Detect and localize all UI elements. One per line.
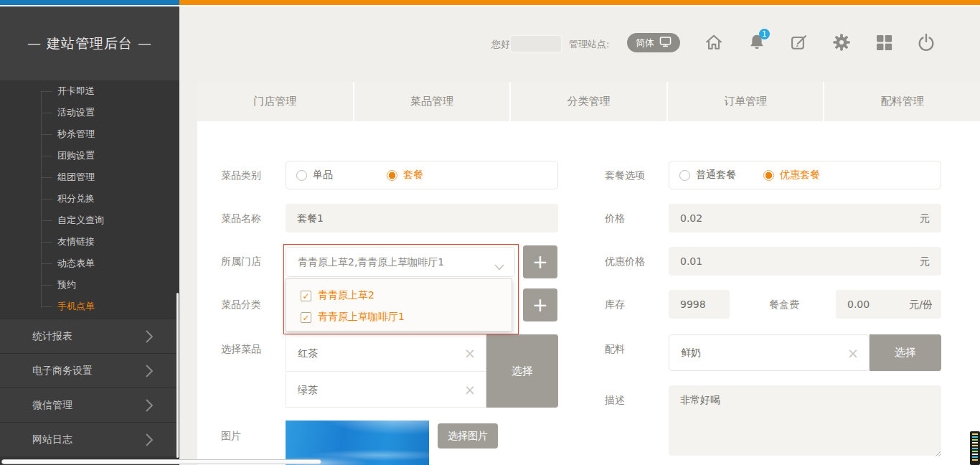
- add-classify-button[interactable]: +: [523, 288, 557, 321]
- chevron-down-icon: [494, 260, 504, 273]
- select-ingredient-button[interactable]: 选择: [870, 334, 941, 371]
- store-option-1[interactable]: ✓ 青青原上草2: [301, 285, 512, 306]
- section-label: 统计报表: [32, 330, 72, 343]
- sidebar-item-zutuanguanli[interactable]: 组团管理: [0, 166, 179, 188]
- username-redacted: [511, 36, 561, 52]
- checkbox-checked-icon[interactable]: ✓: [301, 312, 311, 323]
- sidebar: — 建站管理后台 — 开卡即送 活动设置 秒杀管理 团购设置 组团管理 积分兑换…: [0, 6, 179, 465]
- content-card: 门店管理 菜品管理 分类管理 订单管理 配料管理 菜品类别 单品 套餐 菜品名称…: [197, 82, 980, 465]
- radio-discount-meal[interactable]: 优惠套餐: [763, 169, 820, 182]
- ingredient-value: 鲜奶: [669, 335, 869, 370]
- checkbox-checked-icon[interactable]: ✓: [301, 291, 311, 301]
- sidebar-item-miaoshaguanli[interactable]: 秒杀管理: [0, 123, 179, 145]
- sidebar-item-kaikajisong[interactable]: 开卡即送: [0, 80, 179, 102]
- add-store-button[interactable]: +: [523, 245, 557, 278]
- box-fee-input[interactable]: 0.00 元/份: [836, 290, 941, 319]
- sidebar-section-weixinguanli[interactable]: 微信管理: [0, 388, 179, 422]
- sidebar-section-wangzhanrizhi[interactable]: 网站日志: [0, 422, 179, 456]
- topbar-blue: [0, 0, 179, 5]
- store-option-label: 青青原上草2: [318, 289, 374, 302]
- radio-single-item[interactable]: 单品: [296, 169, 333, 182]
- selected-dish-list: 红茶 × 绿茶 ×: [286, 334, 486, 408]
- description-textarea[interactable]: 非常好喝: [669, 385, 941, 456]
- box-fee-unit: 元/份: [909, 290, 933, 319]
- dish-category-radio-group: 单品 套餐: [286, 161, 558, 189]
- box-fee-label: 餐盒费: [769, 290, 799, 319]
- choose-image-button[interactable]: 选择图片: [438, 423, 498, 448]
- sidebar-item-zidingyichaxun[interactable]: 自定义查询: [0, 210, 179, 231]
- language-label: 简体: [636, 37, 654, 50]
- horizontal-scrollbar-thumb[interactable]: [1, 459, 321, 464]
- select-dishes-label: 选择菜品: [221, 334, 261, 363]
- tab-ingredient-management[interactable]: 配料管理: [824, 82, 980, 121]
- power-logout-icon[interactable]: [916, 32, 936, 52]
- language-switch-button[interactable]: 简体: [627, 33, 680, 52]
- ingredient-input[interactable]: 鲜奶 ×: [669, 334, 870, 371]
- tab-category-management[interactable]: 分类管理: [511, 82, 668, 121]
- dish-name-input[interactable]: 套餐1: [286, 204, 558, 232]
- meal-option-label: 套餐选项: [605, 161, 645, 189]
- tab-order-management[interactable]: 订单管理: [668, 82, 825, 121]
- section-label: 微信管理: [32, 399, 72, 412]
- sidebar-scrollbar[interactable]: [176, 293, 179, 458]
- site-label: 管理站点:: [569, 37, 609, 52]
- tab-dish-management[interactable]: 菜品管理: [354, 82, 512, 121]
- topbar-orange: [179, 0, 980, 5]
- dish-image-thumbnail: [286, 421, 429, 465]
- home-icon[interactable]: [704, 32, 724, 52]
- store-dropdown-panel: ✓ 青青原上草2 ✓ 青青原上草咖啡厅1: [286, 278, 512, 332]
- price-label: 价格: [605, 204, 625, 232]
- store-label: 所属门店: [221, 247, 261, 276]
- apps-grid-icon[interactable]: [874, 32, 894, 52]
- price-input[interactable]: 0.02 元: [669, 204, 941, 232]
- dish-category-label: 菜品类别: [221, 161, 261, 189]
- radio-icon: [679, 170, 690, 181]
- remove-ingredient-icon[interactable]: ×: [847, 347, 859, 360]
- select-dishes-button[interactable]: 选择: [486, 334, 558, 408]
- price-unit: 元: [920, 204, 930, 232]
- radio-icon: [296, 170, 307, 181]
- remove-dish-icon[interactable]: ×: [464, 383, 476, 397]
- sidebar-item-shoujidiandan-active[interactable]: 手机点单: [0, 296, 179, 317]
- price-value: 0.02: [680, 212, 702, 224]
- settings-gear-icon[interactable]: [831, 32, 852, 52]
- radio-label: 套餐: [403, 169, 423, 182]
- dish-classify-label: 菜品分类: [221, 290, 261, 319]
- sidebar-item-youqinglianjie[interactable]: 友情链接: [0, 231, 179, 253]
- section-label: 电子商务设置: [32, 365, 93, 377]
- tab-store-management[interactable]: 门店管理: [197, 82, 354, 121]
- dish-name: 绿茶: [298, 384, 318, 395]
- radio-icon: [763, 170, 774, 181]
- radio-label: 单品: [313, 169, 333, 182]
- radio-icon: [387, 170, 397, 181]
- greeting-text: 您好: [491, 37, 510, 52]
- capture-toolbar-fragment: [970, 431, 980, 465]
- stock-input[interactable]: 9998: [669, 290, 730, 319]
- sidebar-submenu: 开卡即送 活动设置 秒杀管理 团购设置 组团管理 积分兑换 自定义查询 友情链接…: [0, 80, 179, 317]
- sidebar-section-tongjibaobiao[interactable]: 统计报表: [0, 319, 179, 353]
- store-option-2[interactable]: ✓ 青青原上草咖啡厅1: [301, 306, 512, 328]
- notification-badge: 1: [759, 29, 770, 39]
- sidebar-item-tuangoushezhi[interactable]: 团购设置: [0, 145, 179, 166]
- radio-label: 优惠套餐: [780, 169, 820, 182]
- dish-name-label: 菜品名称: [221, 204, 261, 232]
- sidebar-item-yuyue[interactable]: 预约: [0, 274, 179, 296]
- chevron-right-icon: [146, 433, 154, 448]
- radio-normal-meal[interactable]: 普通套餐: [679, 169, 736, 182]
- ingredient-label: 配料: [605, 334, 625, 363]
- radio-set-meal[interactable]: 套餐: [387, 169, 423, 182]
- edit-icon[interactable]: [789, 32, 809, 52]
- radio-label: 普通套餐: [696, 169, 736, 182]
- sidebar-item-huodongshezhi[interactable]: 活动设置: [0, 102, 179, 123]
- discount-price-input[interactable]: 0.01 元: [669, 247, 941, 276]
- sidebar-item-jifenduihuan[interactable]: 积分兑换: [0, 188, 179, 210]
- sidebar-section-dianzishangwu[interactable]: 电子商务设置: [0, 353, 179, 388]
- discount-price-label: 优惠价格: [605, 247, 645, 276]
- store-select[interactable]: 青青原上草2,青青原上草咖啡厅1: [286, 247, 515, 277]
- remove-dish-icon[interactable]: ×: [464, 347, 476, 360]
- app-title: — 建站管理后台 —: [0, 6, 179, 80]
- dish-row-green-tea: 绿茶 ×: [286, 371, 486, 407]
- sidebar-item-dongtaibiaodan[interactable]: 动态表单: [0, 253, 179, 274]
- box-fee-value: 0.00: [847, 299, 870, 310]
- dish-row-black-tea: 红茶 ×: [286, 335, 486, 371]
